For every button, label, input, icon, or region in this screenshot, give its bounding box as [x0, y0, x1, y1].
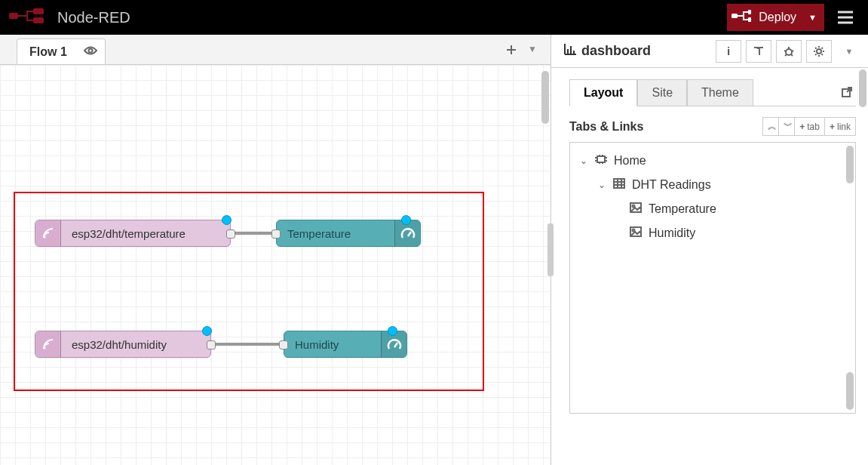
deploy-label: Deploy — [759, 11, 796, 24]
node-label: Humidity — [284, 338, 349, 351]
sidebar-title: dashboard — [581, 43, 651, 59]
node-status-dot — [222, 215, 232, 225]
canvas-wrapper: esp32/dht/temperature Temperature — [0, 65, 551, 465]
svg-rect-46 — [614, 179, 624, 188]
svg-line-13 — [408, 232, 411, 236]
canvas-scrollbar-vertical[interactable] — [541, 71, 549, 124]
svg-point-52 — [633, 205, 635, 208]
sidebar-toolbar: dashboard i ▼ — [551, 35, 868, 68]
sidebar-info-button[interactable]: i — [716, 40, 741, 63]
svg-rect-1 — [33, 8, 44, 14]
svg-point-12 — [43, 236, 45, 238]
app-header: Node-RED Deploy ▼ — [0, 0, 868, 35]
node-mqtt-temperature[interactable]: esp32/dht/temperature — [35, 220, 231, 247]
node-label: Temperature — [277, 227, 361, 240]
node-input-port[interactable] — [271, 229, 281, 239]
svg-line-32 — [815, 48, 817, 49]
tree-widget-humidity[interactable]: Humidity — [576, 221, 851, 245]
tree-scrollbar[interactable] — [846, 372, 854, 410]
tree-widget-temperature[interactable]: Temperature — [576, 197, 851, 221]
node-label: esp32/dht/humidity — [61, 338, 177, 351]
plus-icon — [505, 44, 517, 56]
svg-line-35 — [822, 54, 824, 55]
add-flow-button[interactable] — [505, 44, 517, 60]
flow-canvas[interactable]: esp32/dht/temperature Temperature — [0, 65, 551, 465]
node-gauge-temperature[interactable]: Temperature — [276, 220, 421, 247]
svg-point-9 — [88, 49, 92, 53]
sidebar: dashboard i ▼ Layout Site Theme — [551, 35, 868, 465]
node-output-port[interactable] — [226, 229, 235, 239]
sidebar-help-button[interactable] — [746, 40, 771, 63]
add-tab-button[interactable]: +tab — [795, 117, 825, 136]
plus-icon: + — [799, 122, 805, 132]
eye-icon — [84, 45, 97, 59]
app-title: Node-RED — [57, 9, 130, 26]
node-red-logo-icon — [8, 7, 50, 29]
deploy-button[interactable]: Deploy ▼ — [727, 4, 824, 31]
tree-tab-home[interactable]: ⌄ Home — [576, 149, 851, 173]
tree-label: DHT Readings — [632, 178, 711, 192]
wire[interactable] — [216, 343, 282, 346]
bar-chart-icon — [563, 43, 577, 59]
svg-line-25 — [785, 54, 787, 56]
deploy-icon — [732, 9, 751, 26]
flow-tab-label: Flow 1 — [29, 45, 67, 59]
collapse-all-button[interactable]: ︾ — [779, 117, 795, 136]
svg-point-54 — [633, 229, 635, 232]
svg-line-34 — [815, 54, 817, 55]
chevron-down-icon: ▼ — [808, 13, 817, 22]
dashboard-subtabs: Layout Site Theme — [569, 79, 856, 106]
node-label: esp32/dht/temperature — [61, 227, 196, 240]
svg-line-33 — [822, 48, 824, 49]
node-status-dot — [388, 326, 397, 336]
bug-icon — [783, 45, 795, 57]
workspace: Flow 1 ▼ esp — [0, 35, 551, 465]
svg-point-27 — [817, 49, 821, 54]
svg-rect-2 — [33, 17, 44, 23]
tree-scrollbar[interactable] — [846, 146, 854, 183]
node-input-port[interactable] — [279, 340, 288, 350]
grid-icon — [612, 178, 626, 192]
info-icon: i — [727, 45, 730, 57]
open-dashboard-button[interactable] — [838, 82, 856, 106]
svg-rect-4 — [748, 10, 751, 14]
node-mqtt-humidity[interactable]: esp32/dht/humidity — [35, 331, 211, 358]
add-link-button[interactable]: +link — [825, 117, 856, 136]
book-icon — [753, 46, 765, 57]
layout-tree: ⌄ Home ⌄ DHT Readings — [569, 142, 856, 414]
node-status-dot — [202, 326, 212, 336]
flow-tab[interactable]: Flow 1 — [17, 38, 106, 64]
svg-line-24 — [792, 51, 793, 51]
svg-point-21 — [786, 49, 792, 55]
tree-label: Home — [614, 154, 646, 168]
sidebar-debug-button[interactable] — [776, 40, 802, 63]
tab-layout[interactable]: Layout — [569, 79, 637, 106]
chevron-up-double-icon: ︽ — [768, 120, 774, 133]
tab-theme[interactable]: Theme — [687, 79, 753, 106]
wire[interactable] — [235, 232, 275, 235]
tree-label: Humidity — [649, 226, 695, 240]
chevron-down-double-icon: ︾ — [784, 120, 790, 133]
node-gauge-humidity[interactable]: Humidity — [284, 331, 407, 358]
node-output-port[interactable] — [207, 340, 216, 350]
svg-rect-37 — [597, 156, 605, 162]
svg-line-26 — [791, 54, 793, 56]
main-area: Flow 1 ▼ esp — [0, 35, 868, 465]
external-link-icon — [841, 86, 853, 98]
tree-group-dht[interactable]: ⌄ DHT Readings — [576, 173, 851, 197]
sidebar-config-button[interactable] — [806, 40, 832, 63]
chevron-down-icon: ⌄ — [597, 180, 606, 190]
expand-all-button[interactable]: ︽ — [762, 117, 779, 136]
flow-menu-button[interactable]: ▼ — [528, 44, 537, 60]
chevron-down-icon: ⌄ — [579, 156, 588, 166]
tab-site[interactable]: Site — [637, 79, 687, 106]
gear-icon — [813, 45, 825, 57]
main-menu-button[interactable] — [829, 4, 862, 31]
mqtt-in-icon — [35, 220, 61, 246]
svg-line-15 — [394, 343, 397, 347]
svg-rect-0 — [9, 13, 18, 19]
sidebar-more-button[interactable]: ▼ — [836, 40, 862, 63]
image-icon — [629, 226, 643, 240]
svg-rect-3 — [732, 14, 738, 18]
image-icon — [629, 202, 643, 216]
